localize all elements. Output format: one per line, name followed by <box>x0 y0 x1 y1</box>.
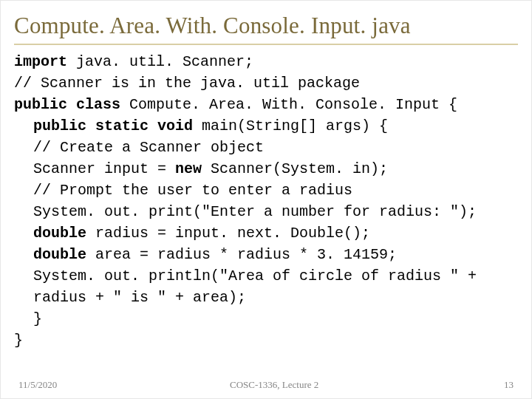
code-text: Scanner input = <box>33 160 175 177</box>
keyword: double <box>33 225 86 242</box>
code-line: // Prompt the user to enter a radius <box>14 180 518 201</box>
code-block: import java. util. Scanner; // Scanner i… <box>14 51 518 351</box>
code-line: } <box>14 308 518 330</box>
footer-date: 11/5/2020 <box>18 379 57 391</box>
keyword: import <box>14 53 67 70</box>
code-line: // Scanner is in the java. util package <box>14 72 518 94</box>
keyword: new <box>175 160 202 177</box>
keyword: public class <box>14 96 120 113</box>
code-line: public static void main(String[] args) { <box>14 115 518 137</box>
code-line: } <box>14 330 518 351</box>
slide-body: import java. util. Scanner; // Scanner i… <box>14 45 518 398</box>
slide: Compute. Area. With. Console. Input. jav… <box>0 0 532 399</box>
code-text: java. util. Scanner; <box>67 53 253 70</box>
code-line: Scanner input = new Scanner(System. in); <box>14 158 518 180</box>
footer-page: 13 <box>491 379 514 391</box>
keyword: public static void <box>33 117 193 134</box>
code-line: // Create a Scanner object <box>14 137 518 158</box>
code-line: import java. util. Scanner; <box>14 51 518 72</box>
slide-footer: 11/5/2020 COSC-1336, Lecture 2 13 <box>1 379 531 391</box>
code-line: public class Compute. Area. With. Consol… <box>14 94 518 115</box>
code-text: Scanner(System. in); <box>202 160 388 177</box>
footer-course: COSC-1336, Lecture 2 <box>57 379 491 391</box>
code-text: area = radius * radius * 3. 14159; <box>86 246 397 263</box>
code-text: Compute. Area. With. Console. Input { <box>120 96 457 113</box>
keyword: double <box>33 246 86 263</box>
code-text: radius = input. next. Double(); <box>86 225 370 242</box>
code-line: double radius = input. next. Double(); <box>14 222 518 244</box>
code-text: main(String[] args) { <box>193 117 388 134</box>
code-line: System. out. println("Area of circle of … <box>14 265 518 308</box>
code-line: double area = radius * radius * 3. 14159… <box>14 244 518 265</box>
slide-title: Compute. Area. With. Console. Input. jav… <box>14 11 518 45</box>
code-line: System. out. print("Enter a number for r… <box>14 201 518 222</box>
